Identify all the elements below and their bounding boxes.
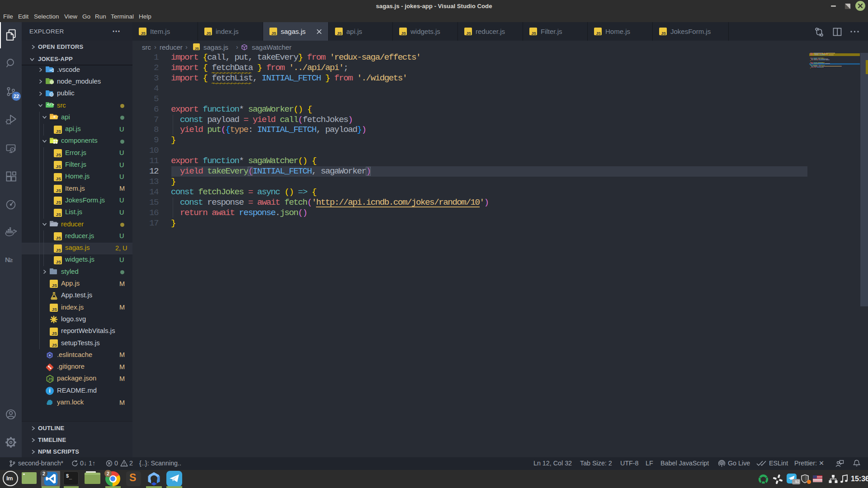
svg-text:JS: JS: [48, 377, 53, 381]
